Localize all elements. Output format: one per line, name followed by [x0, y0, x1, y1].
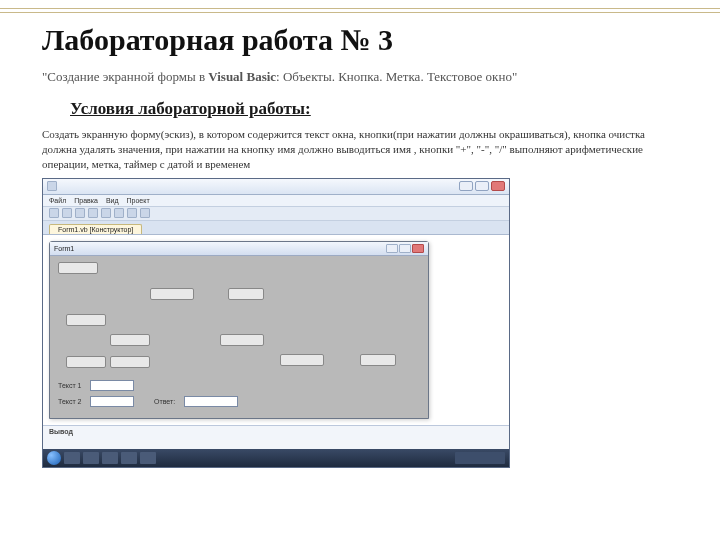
vb-label: Текст 2 [58, 398, 81, 405]
subtitle-bold: Visual Basic [208, 69, 276, 84]
taskbar-item[interactable] [64, 452, 80, 464]
windows-taskbar [43, 449, 509, 467]
close-button[interactable] [491, 181, 505, 191]
ide-screenshot: Файл Правка Вид Проект Form1.vb [Констру… [0, 178, 720, 468]
taskbar-clock [455, 452, 505, 464]
vb-textbox[interactable] [90, 396, 134, 407]
vb-textbox[interactable] [90, 380, 134, 391]
vb-label: Текст 1 [58, 382, 81, 389]
ide-designer-surface: Form1 Текст 1Текст 2Ответ: [43, 235, 509, 425]
toolbar-icon[interactable] [101, 208, 111, 218]
vb-button[interactable] [58, 262, 98, 274]
toolbar-icon[interactable] [62, 208, 72, 218]
ide-menubar: Файл Правка Вид Проект [43, 195, 509, 207]
menu-item[interactable]: Проект [127, 197, 150, 204]
ide-toolbar [43, 207, 509, 221]
maximize-button[interactable] [475, 181, 489, 191]
ide-titlebar [43, 179, 509, 195]
ide-tabstrip: Form1.vb [Конструктор] [43, 221, 509, 235]
toolbar-icon[interactable] [49, 208, 59, 218]
vb-button[interactable] [66, 314, 106, 326]
window-controls [459, 181, 505, 191]
vb-button[interactable] [110, 334, 150, 346]
minimize-button[interactable] [459, 181, 473, 191]
slide-subtitle: "Создание экранной формы в Visual Basic:… [42, 69, 678, 85]
menu-item[interactable]: Правка [74, 197, 98, 204]
vb-label: Ответ: [154, 398, 175, 405]
toolbar-icon[interactable] [114, 208, 124, 218]
taskbar-item[interactable] [102, 452, 118, 464]
app-icon [47, 181, 57, 191]
form-titlebar: Form1 [50, 242, 428, 256]
vb-button[interactable] [280, 354, 324, 366]
section-heading: Условия лабораторной работы: [70, 99, 678, 119]
vb-button[interactable] [66, 356, 106, 368]
decorative-rule [0, 8, 720, 9]
taskbar-item[interactable] [83, 452, 99, 464]
toolbar-icon[interactable] [127, 208, 137, 218]
form-body: Текст 1Текст 2Ответ: [50, 256, 428, 418]
ide-output-panel: Вывод [43, 425, 509, 449]
vb-form-window[interactable]: Form1 Текст 1Текст 2Ответ: [49, 241, 429, 419]
vb-button[interactable] [220, 334, 264, 346]
menu-item[interactable]: Вид [106, 197, 119, 204]
vb-textbox[interactable] [184, 396, 238, 407]
subtitle-prefix: "Создание экранной формы в [42, 69, 208, 84]
body-paragraph: Создать экранную форму(эскиз), в котором… [42, 127, 678, 172]
slide-title: Лабораторная работа № 3 [42, 23, 678, 57]
form-close-button[interactable] [412, 244, 424, 253]
visual-studio-window: Файл Правка Вид Проект Form1.vb [Констру… [42, 178, 510, 468]
decorative-rule [0, 12, 720, 13]
taskbar-item[interactable] [121, 452, 137, 464]
slide-content: Лабораторная работа № 3 "Создание экранн… [0, 23, 720, 172]
vb-button[interactable] [150, 288, 194, 300]
output-panel-label: Вывод [49, 428, 73, 435]
toolbar-icon[interactable] [140, 208, 150, 218]
toolbar-icon[interactable] [88, 208, 98, 218]
subtitle-suffix: : Объекты. Кнопка. Метка. Текстовое окно… [276, 69, 517, 84]
menu-item[interactable]: Файл [49, 197, 66, 204]
vb-button[interactable] [110, 356, 150, 368]
form-minimize-button[interactable] [386, 244, 398, 253]
taskbar-item[interactable] [140, 452, 156, 464]
vb-button[interactable] [360, 354, 396, 366]
toolbar-icon[interactable] [75, 208, 85, 218]
form-maximize-button[interactable] [399, 244, 411, 253]
vb-button[interactable] [228, 288, 264, 300]
start-button[interactable] [47, 451, 61, 465]
form-title: Form1 [54, 245, 74, 252]
document-tab[interactable]: Form1.vb [Конструктор] [49, 224, 142, 234]
